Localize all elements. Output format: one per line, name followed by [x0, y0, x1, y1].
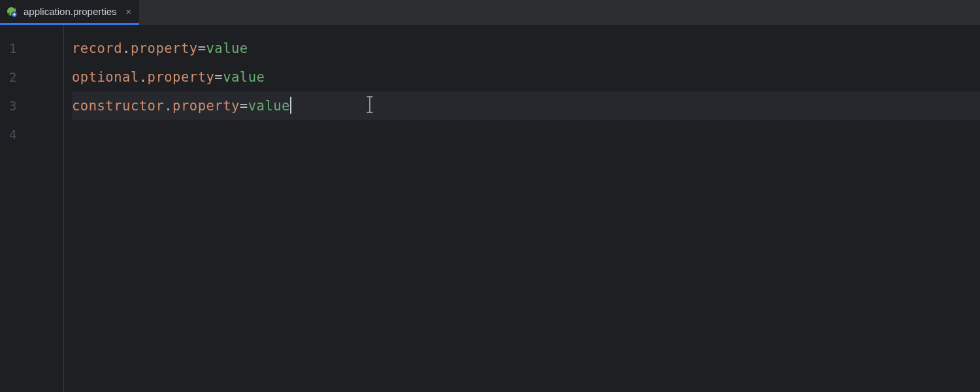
dot-separator: .: [139, 69, 148, 85]
line-number-gutter: 1 2 3 4: [0, 25, 64, 392]
editor-tabbar: application.properties ×: [0, 0, 980, 25]
equals-sign: =: [198, 41, 206, 56]
equals-sign: =: [240, 98, 248, 114]
property-value: value: [248, 98, 290, 114]
line-number: 2: [0, 63, 63, 91]
close-icon[interactable]: ×: [126, 7, 132, 16]
code-line[interactable]: [72, 120, 980, 149]
equals-sign: =: [214, 69, 223, 85]
property-key-segment: record: [72, 41, 122, 56]
property-key-segment: property: [148, 69, 215, 85]
line-number: 1: [0, 34, 63, 63]
file-tab-application-properties[interactable]: application.properties ×: [0, 0, 139, 25]
code-line[interactable]: constructor.property=value: [72, 91, 980, 120]
code-line[interactable]: optional.property=value: [72, 63, 980, 91]
property-value: value: [223, 69, 265, 85]
code-line[interactable]: record.property=value: [72, 34, 980, 63]
code-area[interactable]: record.property=valueoptional.property=v…: [64, 25, 980, 392]
text-caret: [290, 97, 291, 114]
property-key-segment: optional: [72, 69, 139, 85]
dot-separator: .: [164, 98, 172, 114]
property-value: value: [206, 41, 248, 56]
property-key-segment: property: [131, 41, 198, 56]
property-key-segment: property: [172, 98, 240, 114]
file-tab-label: application.properties: [24, 6, 117, 17]
spring-file-icon: [7, 6, 18, 18]
property-key-segment: constructor: [72, 98, 164, 114]
line-number: 4: [0, 120, 63, 149]
svg-point-0: [8, 13, 10, 14]
line-number: 3: [0, 91, 63, 120]
dot-separator: .: [122, 41, 131, 56]
code-editor[interactable]: 1 2 3 4 record.property=valueoptional.pr…: [0, 25, 980, 392]
